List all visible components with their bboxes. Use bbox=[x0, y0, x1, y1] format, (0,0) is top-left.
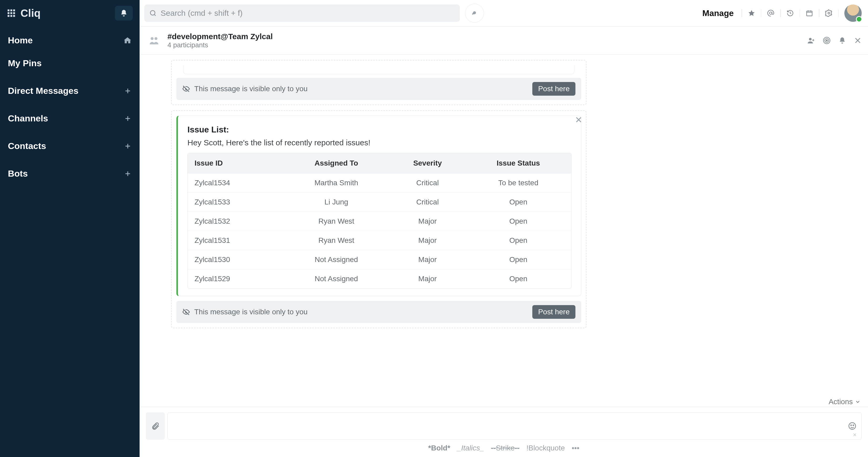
hint-bold: *Bold* bbox=[428, 444, 450, 452]
notification-bell-button[interactable] bbox=[115, 6, 133, 21]
message-input[interactable]: ✕ bbox=[167, 412, 862, 439]
topbar: Manage bbox=[140, 0, 868, 26]
separator bbox=[819, 9, 819, 17]
hint-blockquote: !Blockquote bbox=[526, 444, 565, 452]
cell-issue-id: Zylcal1530 bbox=[188, 250, 283, 269]
issue-card: Issue List: Hey Scott, Here's the list o… bbox=[176, 116, 581, 296]
separator bbox=[838, 9, 839, 17]
svg-point-20 bbox=[851, 425, 851, 426]
topbar-right: Manage bbox=[703, 4, 862, 22]
mentions-icon[interactable] bbox=[767, 9, 774, 17]
svg-point-16 bbox=[826, 40, 828, 41]
issue-table: Issue ID Assigned To Severity Issue Stat… bbox=[187, 153, 571, 289]
cell-status: To be tested bbox=[465, 173, 571, 192]
table-row: Zylcal1533 Li Jung Critical Open bbox=[188, 192, 571, 211]
cell-severity: Major bbox=[390, 250, 465, 269]
cell-assigned-to: Ryan West bbox=[283, 211, 390, 231]
user-avatar[interactable] bbox=[844, 4, 862, 22]
sidebar-item-contacts[interactable]: Contacts bbox=[0, 135, 140, 157]
cell-severity: Critical bbox=[390, 192, 465, 211]
plus-icon[interactable] bbox=[124, 170, 132, 178]
svg-point-9 bbox=[150, 10, 155, 15]
manage-link[interactable]: Manage bbox=[703, 8, 736, 18]
message-card-issues: ✕ Issue List: Hey Scott, Here's the list… bbox=[171, 110, 586, 328]
settings-icon[interactable] bbox=[825, 9, 833, 17]
search-input[interactable] bbox=[160, 8, 455, 18]
eye-off-icon bbox=[182, 308, 190, 316]
table-row: Zylcal1529 Not Assigned Major Open bbox=[188, 269, 571, 288]
column-header: Issue ID bbox=[188, 153, 283, 173]
cell-assigned-to: Martha Smith bbox=[283, 173, 390, 192]
cell-assigned-to: Ryan West bbox=[283, 231, 390, 250]
svg-rect-2 bbox=[13, 9, 15, 11]
svg-point-19 bbox=[849, 423, 856, 429]
svg-rect-7 bbox=[10, 15, 12, 17]
svg-point-13 bbox=[151, 37, 154, 40]
cell-status: Open bbox=[465, 211, 571, 231]
cell-status: Open bbox=[465, 231, 571, 250]
column-header: Issue Status bbox=[465, 153, 571, 173]
main: Manage bbox=[140, 0, 868, 457]
add-participant-icon[interactable] bbox=[807, 36, 815, 44]
sidebar-item-my-pins[interactable]: My Pins bbox=[0, 52, 140, 75]
chat-area[interactable]: This message is visible only to you Post… bbox=[140, 55, 868, 407]
separator bbox=[761, 9, 762, 17]
svg-point-12 bbox=[828, 12, 830, 14]
dismiss-card-button[interactable]: ✕ bbox=[575, 115, 582, 125]
post-here-button[interactable]: Post here bbox=[532, 305, 576, 319]
sidebar-item-label: Home bbox=[8, 35, 33, 45]
close-icon[interactable] bbox=[854, 36, 862, 44]
svg-point-15 bbox=[809, 38, 812, 40]
plus-icon[interactable] bbox=[124, 142, 132, 150]
format-hints: *Bold* _Italics_ --Strike-- !Blockquote … bbox=[140, 441, 868, 457]
star-icon[interactable] bbox=[748, 9, 755, 17]
sidebar-item-channels[interactable]: Channels bbox=[0, 107, 140, 130]
cell-status: Open bbox=[465, 250, 571, 269]
calendar-icon[interactable] bbox=[806, 9, 813, 17]
sidebar-item-direct-messages[interactable]: Direct Messages bbox=[0, 79, 140, 102]
post-here-button[interactable]: Post here bbox=[532, 82, 576, 96]
search-field[interactable] bbox=[144, 4, 460, 22]
svg-rect-0 bbox=[8, 9, 9, 11]
emoji-picker-button[interactable] bbox=[848, 422, 857, 430]
table-row: Zylcal1534 Martha Smith Critical To be t… bbox=[188, 173, 571, 192]
cell-issue-id: Zylcal1534 bbox=[188, 173, 283, 192]
plus-icon[interactable] bbox=[124, 87, 132, 95]
cell-severity: Major bbox=[390, 231, 465, 250]
svg-rect-1 bbox=[10, 9, 12, 11]
apps-grid-icon[interactable] bbox=[7, 9, 16, 18]
channel-actions bbox=[807, 36, 862, 44]
sidebar-item-home[interactable]: Home bbox=[0, 29, 140, 52]
visibility-bar: This message is visible only to you Post… bbox=[176, 78, 581, 100]
clear-input-icon[interactable]: ✕ bbox=[853, 432, 857, 438]
history-icon[interactable] bbox=[786, 9, 794, 17]
chevron-down-icon bbox=[855, 399, 861, 405]
visibility-bar: This message is visible only to you Post… bbox=[176, 301, 581, 323]
sidebar: Cliq Home My Pins Direct Messages bbox=[0, 0, 140, 457]
eye-off-icon bbox=[182, 85, 190, 93]
sidebar-item-bots[interactable]: Bots bbox=[0, 162, 140, 185]
cell-issue-id: Zylcal1532 bbox=[188, 211, 283, 231]
plus-icon[interactable] bbox=[124, 115, 132, 123]
assistant-button[interactable] bbox=[465, 4, 484, 23]
broadcast-icon[interactable] bbox=[823, 36, 831, 44]
svg-point-10 bbox=[769, 12, 772, 14]
channel-avatar-icon bbox=[146, 32, 162, 48]
message-column: This message is visible only to you Post… bbox=[140, 60, 586, 333]
visibility-text: This message is visible only to you bbox=[194, 308, 308, 316]
message-card-prev: This message is visible only to you Post… bbox=[171, 60, 586, 105]
more-dots-icon[interactable]: ••• bbox=[572, 444, 579, 452]
sidebar-item-label: Channels bbox=[8, 113, 48, 124]
bell-icon[interactable] bbox=[839, 37, 846, 44]
svg-point-21 bbox=[853, 425, 854, 426]
message-actions-dropdown[interactable]: Actions bbox=[829, 398, 861, 406]
cell-issue-id: Zylcal1533 bbox=[188, 192, 283, 211]
search-icon bbox=[149, 9, 157, 17]
cell-severity: Critical bbox=[390, 173, 465, 192]
home-icon bbox=[123, 36, 132, 45]
cell-status: Open bbox=[465, 269, 571, 288]
attach-button[interactable] bbox=[146, 412, 165, 439]
hint-italics: _Italics_ bbox=[457, 444, 484, 452]
svg-rect-3 bbox=[8, 12, 9, 14]
cell-assigned-to: Not Assigned bbox=[283, 269, 390, 288]
